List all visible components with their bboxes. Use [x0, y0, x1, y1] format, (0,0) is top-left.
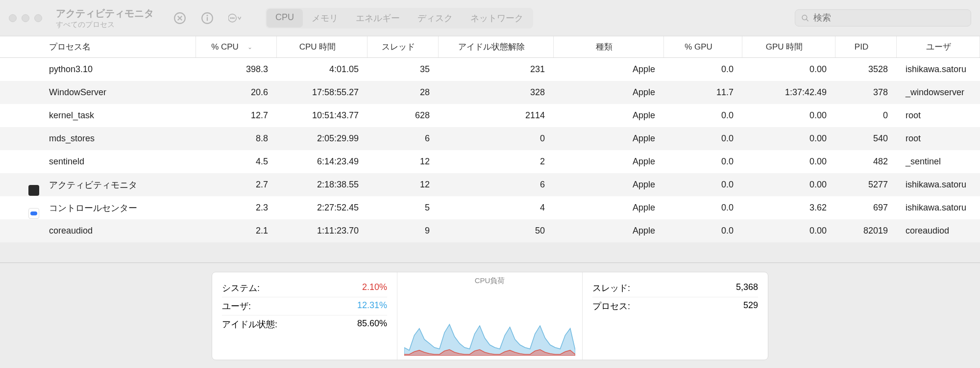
cell-name: python3.10	[0, 64, 196, 75]
cell-idle: 231	[439, 64, 554, 75]
cell-idle: 50	[439, 226, 554, 236]
cpu-load-chart	[404, 288, 575, 356]
app-icon	[28, 208, 39, 219]
svg-line-11	[806, 19, 808, 21]
system-label: システム:	[222, 282, 260, 294]
sort-indicator-icon: ⌄	[247, 44, 252, 51]
idle-value: 85.60%	[357, 318, 387, 330]
cell-gput: 0.00	[742, 133, 835, 144]
cell-gpu: 0.0	[664, 157, 742, 167]
col-process-name[interactable]: プロセス名	[0, 36, 196, 57]
info-icon[interactable]	[201, 12, 214, 25]
cell-threads: 5	[368, 203, 439, 213]
cell-user: ishikawa.satoru	[897, 203, 980, 213]
cell-time: 6:14:23.49	[277, 157, 368, 167]
col-cpu-time[interactable]: CPU 時間	[277, 36, 368, 57]
cell-gput: 0.00	[742, 64, 835, 75]
search-input[interactable]	[813, 13, 965, 23]
table-row[interactable]: WindowServer20.617:58:55.2728328Apple11.…	[0, 81, 980, 104]
table-row[interactable]: coreaudiod2.11:11:23.70950Apple0.00.0082…	[0, 219, 980, 242]
cell-name: kernel_task	[0, 110, 196, 121]
tab-cpu[interactable]: CPU	[267, 9, 303, 27]
cell-name: WindowServer	[0, 87, 196, 98]
minimize-icon[interactable]	[22, 14, 29, 22]
cell-idle: 4	[439, 203, 554, 213]
close-icon[interactable]	[9, 14, 17, 22]
cell-cpu: 20.6	[196, 87, 277, 98]
chart-title: CPU負荷	[404, 276, 575, 286]
cell-idle: 0	[439, 133, 554, 144]
cell-gpu: 0.0	[664, 133, 742, 144]
tab-energy[interactable]: エネルギー	[347, 9, 409, 27]
cell-cpu: 2.1	[196, 226, 277, 236]
col-idle-wake[interactable]: アイドル状態解除	[439, 36, 554, 57]
tab-memory[interactable]: メモリ	[303, 9, 347, 27]
system-value: 2.10%	[362, 282, 387, 294]
cell-gput: 3.62	[742, 203, 835, 213]
col-gpu-time[interactable]: GPU 時間	[742, 36, 835, 57]
stop-process-icon[interactable]	[173, 12, 186, 25]
cell-time: 10:51:43.77	[277, 110, 368, 121]
window-subtitle: すべてのプロセス	[56, 20, 154, 29]
col-user[interactable]: ユーザ	[897, 36, 980, 57]
cpu-load-chart-panel: CPU負荷	[397, 272, 583, 360]
cell-gpu: 0.0	[664, 64, 742, 75]
tab-network[interactable]: ネットワーク	[462, 9, 532, 27]
cell-idle: 2	[439, 157, 554, 167]
user-value: 12.31%	[357, 300, 387, 312]
cell-gpu: 11.7	[664, 87, 742, 98]
cell-gput: 0.00	[742, 157, 835, 167]
cell-kind: Apple	[554, 87, 664, 98]
idle-label: アイドル状態:	[222, 318, 277, 330]
procs-value: 529	[743, 300, 758, 312]
zoom-icon[interactable]	[34, 14, 42, 22]
cell-threads: 628	[368, 110, 439, 121]
cell-name: コントロールセンター	[0, 202, 196, 214]
cpu-summary-right: スレッド:5,368 プロセス:529	[583, 272, 768, 360]
tab-disk[interactable]: ディスク	[409, 9, 462, 27]
table-row[interactable]: mds_stores8.82:05:29.9960Apple0.00.00540…	[0, 127, 980, 150]
cell-gpu: 0.0	[664, 203, 742, 213]
threads-value: 5,368	[736, 282, 758, 294]
cell-user: coreaudiod	[897, 226, 980, 236]
table-row[interactable]: コントロールセンター2.32:27:52.4554Apple0.03.62697…	[0, 196, 980, 219]
col-cpu-percent[interactable]: % CPU⌄	[196, 36, 277, 57]
cell-pid: 82019	[835, 226, 897, 236]
cell-name: アクティビティモニタ	[0, 179, 196, 191]
col-gpu-percent[interactable]: % GPU	[664, 36, 742, 57]
cell-cpu: 8.8	[196, 133, 277, 144]
cell-threads: 35	[368, 64, 439, 75]
svg-point-8	[232, 18, 233, 19]
cell-kind: Apple	[554, 157, 664, 167]
col-threads[interactable]: スレッド	[368, 36, 439, 57]
table-row[interactable]: kernel_task12.710:51:43.776282114Apple0.…	[0, 104, 980, 127]
table-row[interactable]: python3.10398.34:01.0535231Apple0.00.003…	[0, 58, 980, 81]
cell-threads: 12	[368, 157, 439, 167]
col-pid[interactable]: PID	[835, 36, 897, 57]
cell-gpu: 0.0	[664, 180, 742, 190]
cell-idle: 6	[439, 180, 554, 190]
cell-name: mds_stores	[0, 133, 196, 144]
cell-threads: 12	[368, 180, 439, 190]
titlebar: アクティビティモニタ すべてのプロセス CPU メモリ エネルギー ディスク ネ…	[0, 0, 980, 36]
cell-kind: Apple	[554, 133, 664, 144]
cell-user: _windowserver	[897, 87, 980, 98]
cell-user: ishikawa.satoru	[897, 180, 980, 190]
cell-gput: 0.00	[742, 110, 835, 121]
cell-pid: 482	[835, 157, 897, 167]
svg-point-5	[207, 15, 207, 16]
cell-cpu: 12.7	[196, 110, 277, 121]
col-kind[interactable]: 種類	[554, 36, 664, 57]
svg-point-9	[234, 18, 235, 19]
cell-cpu: 398.3	[196, 64, 277, 75]
cell-time: 2:05:29.99	[277, 133, 368, 144]
window-title: アクティビティモニタ	[56, 7, 154, 20]
search-box[interactable]	[795, 9, 971, 26]
table-row[interactable]: アクティビティモニタ2.72:18:38.55126Apple0.00.0052…	[0, 173, 980, 196]
threads-label: スレッド:	[592, 282, 630, 294]
svg-point-10	[802, 15, 807, 20]
app-icon	[28, 185, 39, 196]
table-row[interactable]: sentineld4.56:14:23.49122Apple0.00.00482…	[0, 150, 980, 173]
more-options-icon[interactable]	[228, 12, 241, 25]
cpu-summary-left: システム:2.10% ユーザ:12.31% アイドル状態:85.60%	[212, 272, 397, 360]
